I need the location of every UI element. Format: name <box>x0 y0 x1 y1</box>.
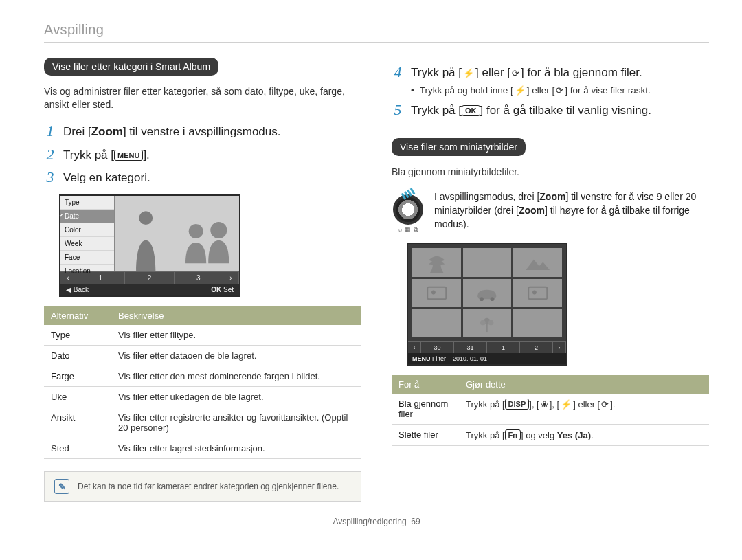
mountain-icon <box>521 253 554 273</box>
menu-item-location[interactable]: Location <box>60 265 114 278</box>
thumbnail-area <box>115 196 239 271</box>
svg-point-8 <box>488 320 494 326</box>
svg-point-2 <box>480 297 484 301</box>
ok-icon: OK <box>462 105 480 116</box>
table-row: Bla gjennom filer Trykk på [DISP], [❀], … <box>392 394 709 425</box>
svg-rect-9 <box>486 324 488 333</box>
svg-rect-0 <box>427 287 446 299</box>
pager-left-arrow-icon[interactable]: ‹ <box>408 342 421 353</box>
menu-item-date[interactable]: Date <box>60 210 114 223</box>
ok-icon: OK <box>211 286 221 293</box>
step-number: 4 <box>392 65 404 81</box>
table-row: AnsiktVis filer etter registrerte ansikt… <box>44 407 361 438</box>
note-box: ✎ Det kan ta noe tid før kameraet endrer… <box>44 471 361 502</box>
disp-icon: DISP <box>505 399 530 410</box>
table-header: For å <box>392 375 459 394</box>
thumbnail-cell[interactable] <box>463 248 512 276</box>
section-heading-smart-album: Vise filer etter kategori i Smart Album <box>44 58 218 76</box>
table-header: Gjør dette <box>459 375 709 394</box>
step-number: 1 <box>44 124 56 140</box>
table-row: TypeVis filer etter filtype. <box>44 325 361 346</box>
car-icon <box>470 283 504 303</box>
table-row: StedVis filer etter lagret stedsinformas… <box>44 438 361 459</box>
menu-item-type[interactable]: Type <box>60 196 114 210</box>
pager-right-arrow-icon[interactable]: › <box>223 272 239 284</box>
category-menu: Type Date Color Week Face Location <box>60 196 115 271</box>
camera-ui-preview: Type Date Color Week Face Location <box>59 194 240 297</box>
zoom-dial-icon: ⌕▦⧉ <box>392 190 425 234</box>
flower-icon <box>470 313 504 333</box>
back-label[interactable]: Back <box>74 286 89 293</box>
page-footer: Avspilling/redigering 69 <box>44 517 709 526</box>
thumbnail-cell[interactable] <box>463 309 512 337</box>
fn-icon: Fn <box>505 429 521 440</box>
zoom-instructions: ⌕▦⧉ I avspillingsmodus, drei [Zoom] til … <box>392 190 709 234</box>
section-intro: Vis og administrer filer etter kategorie… <box>44 85 361 111</box>
step: 3 Velg en kategori. <box>44 170 361 186</box>
pager-page[interactable]: 3 <box>175 272 223 284</box>
pager-page[interactable]: 31 <box>454 342 487 353</box>
timer-icon: ⟳ <box>554 86 565 95</box>
step: 4 Trykk på [⚡] eller [⟳] for å bla gjenn… <box>392 65 709 81</box>
thumbnail-pager: ‹ 30 31 1 2 › <box>408 341 566 353</box>
thumbnail-cell[interactable] <box>513 248 562 276</box>
menu-icon: MENU <box>114 150 143 161</box>
step: 2 Trykk på [MENU]. <box>44 147 361 164</box>
back-arrow-icon: ◀ <box>66 286 71 293</box>
step-sub: Trykk på og hold inne [⚡] eller [⟳] for … <box>411 85 709 96</box>
table-row: UkeVis filer etter ukedagen de ble lagre… <box>44 387 361 407</box>
step: 1 Drei [Zoom] til venstre i avspillingsm… <box>44 124 361 140</box>
timer-icon: ⟳ <box>510 69 521 78</box>
people-silhouette-icon <box>177 203 240 271</box>
section-intro: Bla gjennom miniatyrbildefiler. <box>392 166 709 179</box>
category-table: Alternativ Beskrivelse TypeVis filer ett… <box>44 306 361 459</box>
table-row: FargeVis filer etter den mest dominerend… <box>44 366 361 387</box>
flash-icon: ⚡ <box>513 86 527 95</box>
svg-point-1 <box>431 291 436 295</box>
thumbnail-cell[interactable] <box>463 279 512 307</box>
flash-icon: ⚡ <box>462 69 475 78</box>
date-label: 2010. 01. 01 <box>453 355 487 362</box>
step-number: 5 <box>392 102 404 119</box>
palm-icon <box>420 253 453 273</box>
table-row: Slette filer Trykk på [Fn] og velg Yes (… <box>392 425 709 446</box>
svg-point-5 <box>532 291 537 295</box>
thumbnail-cell[interactable] <box>412 248 461 276</box>
macro-icon: ❀ <box>539 400 550 409</box>
svg-point-7 <box>480 320 486 326</box>
step: 5 Trykk på [OK] for å gå tilbake til van… <box>392 102 709 119</box>
note-icon: ✎ <box>54 479 69 494</box>
photo-icon <box>420 283 453 303</box>
step-number: 3 <box>44 170 56 186</box>
thumbnail-cell[interactable] <box>412 279 461 307</box>
table-header: Alternativ <box>44 306 111 325</box>
step-number: 2 <box>44 147 56 164</box>
flash-icon: ⚡ <box>559 400 573 409</box>
note-text: Det kan ta noe tid før kameraet endrer k… <box>78 482 339 491</box>
menu-item-color[interactable]: Color <box>60 223 114 237</box>
actions-table: For å Gjør dette Bla gjennom filer Trykk… <box>392 375 709 446</box>
running-head: Avspilling <box>44 22 709 43</box>
table-header: Beskrivelse <box>111 306 361 325</box>
section-heading-thumbnails: Vise filer som miniatyrbilder <box>392 138 526 156</box>
person-silhouette-icon <box>115 203 177 271</box>
thumbnail-cell[interactable] <box>513 279 562 307</box>
timer-icon: ⟳ <box>600 400 610 409</box>
menu-item-face[interactable]: Face <box>60 251 114 265</box>
right-column: 4 Trykk på [⚡] eller [⟳] for å bla gjenn… <box>392 58 709 502</box>
menu-icon: MENU <box>412 355 431 362</box>
svg-point-3 <box>491 297 495 301</box>
set-label[interactable]: Set <box>223 286 234 293</box>
menu-item-week[interactable]: Week <box>60 237 114 251</box>
thumbnail-cell[interactable] <box>412 309 461 337</box>
left-column: Vise filer etter kategori i Smart Album … <box>44 58 361 502</box>
pager-page[interactable]: 30 <box>421 342 454 353</box>
thumbnail-cell[interactable] <box>513 309 562 337</box>
filter-label[interactable]: Filter <box>432 355 446 362</box>
pager-page[interactable]: 2 <box>520 342 553 353</box>
photo-icon <box>521 283 554 303</box>
pager-right-arrow-icon[interactable]: › <box>553 342 566 353</box>
pager-page[interactable]: 1 <box>487 342 520 353</box>
pager-page[interactable]: 2 <box>125 272 174 284</box>
thumbnail-grid-preview: ‹ 30 31 1 2 › MENU Filter 2010. 01. 01 <box>407 243 567 366</box>
